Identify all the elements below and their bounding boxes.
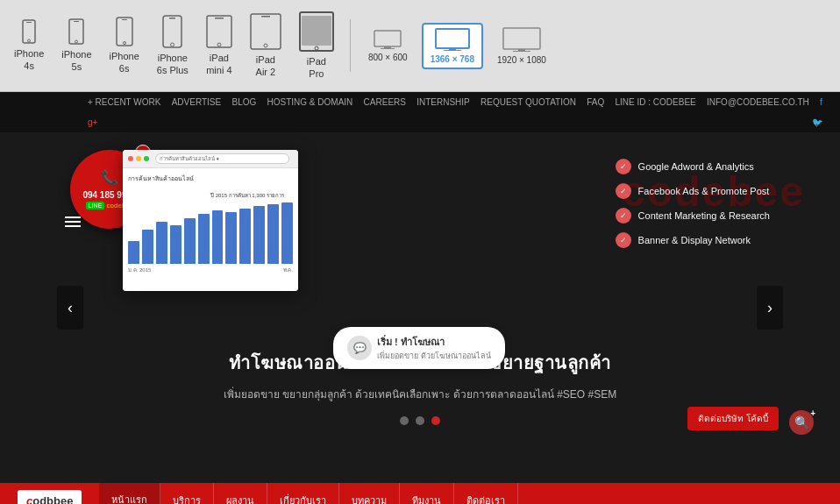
footer-nav-services[interactable]: บริการ: [160, 483, 214, 504]
footer-nav-about[interactable]: เกี่ยวกับเรา: [267, 483, 339, 504]
res-1920x1080[interactable]: 1920 × 1080: [490, 24, 553, 68]
contact-badge[interactable]: ติดต่อบริษัท โค้ดบี้: [687, 407, 779, 430]
footer-nav-items: หน้าแรก บริการ ผลงาน เกี่ยวกับเรา บทความ…: [99, 483, 822, 504]
feature-2: ✓ Facebook Ads & Promote Post: [616, 183, 770, 199]
browser-top-bar: การค้นหาสินค้าออนไลน์ ♦: [123, 150, 298, 168]
footer-nav-blog[interactable]: บทความ: [339, 483, 400, 504]
prev-arrow[interactable]: ‹: [57, 286, 83, 330]
svg-rect-13: [215, 18, 224, 19]
device-iphone6splus[interactable]: iPhone6s Plus: [152, 11, 194, 81]
svg-rect-24: [436, 29, 469, 48]
res-1366x768-label: 1366 × 768: [431, 54, 474, 64]
svg-rect-22: [384, 46, 391, 48]
cta-text-area: เริ่ม ! ทำโฆษณา เพิ่มยอดขาย ด้วยโฆษณาออน…: [377, 334, 491, 362]
iphone5s-icon: [68, 18, 84, 45]
device-iphone6s[interactable]: iPhone6s: [104, 13, 145, 79]
cta-button[interactable]: 💬 เริ่ม ! ทำโฆษณา เพิ่มยอดขาย ด้วยโฆษณาอ…: [333, 327, 505, 369]
nav-quotation[interactable]: REQUEST QUOTATION: [481, 97, 576, 107]
ipadmini4-label: iPadmini 4: [206, 52, 231, 77]
website-preview-area: + RECENT WORK ADVERTISE BLOG HOSTING & D…: [0, 92, 840, 504]
res-1920x1080-icon: [502, 27, 541, 55]
svg-rect-7: [122, 19, 127, 20]
chart-label-left: ม.ค. 2015: [128, 266, 151, 274]
cta-sub-text: เพิ่มยอดขาย ด้วยโฆษณาออนไลน์: [377, 350, 491, 362]
browser-mockup: การค้นหาสินค้าออนไลน์ ♦ การค้นหาสินค้าออ…: [123, 150, 298, 291]
nav-advertise[interactable]: ADVERTISE: [172, 97, 222, 107]
hero-subtext: เพิ่มยอดขาย ขยายกลุ่มลูกค้า ด้วยเทคนิคเล…: [224, 386, 616, 402]
svg-rect-10: [169, 18, 175, 19]
svg-rect-25: [449, 48, 456, 50]
feature-check-1: ✓: [616, 159, 631, 174]
dot-1[interactable]: [400, 416, 409, 425]
svg-rect-4: [74, 21, 79, 22]
chart-bar: [225, 212, 237, 265]
browser-max-dot: [144, 156, 149, 161]
nav-internship[interactable]: INTERNSHIP: [416, 97, 470, 107]
device-ipadair2[interactable]: iPadAir 2: [245, 10, 287, 82]
ipadair2-label: iPadAir 2: [256, 53, 276, 79]
chart-bar: [142, 230, 153, 264]
chart-bars: [128, 194, 293, 264]
iphone4s-icon: [22, 19, 36, 44]
next-arrow[interactable]: ›: [757, 286, 783, 330]
chart-bar: [184, 218, 196, 265]
feature-check-3: ✓: [616, 208, 631, 224]
svg-rect-1: [26, 22, 32, 23]
footer-navigation: codbbee หน้าแรก บริการ ผลงาน เกี่ยวกับเร…: [0, 483, 840, 504]
res-1366x768-icon: [435, 28, 470, 54]
chart-bar: [253, 206, 265, 264]
nav-careers[interactable]: CAREERS: [364, 97, 406, 107]
footer-nav-team[interactable]: ทีมงาน: [400, 483, 454, 504]
svg-rect-23: [381, 48, 395, 49]
zoom-icon[interactable]: 🔍+: [789, 410, 814, 435]
nav-email[interactable]: INFO@CODEBEE.CO.TH: [707, 97, 809, 107]
chart-bar: [267, 204, 279, 264]
res-800x600[interactable]: 800 × 600: [361, 26, 415, 66]
nav-twitter[interactable]: 🐦: [812, 117, 822, 127]
svg-rect-28: [518, 49, 525, 51]
iphone6s-label: iPhone6s: [110, 50, 139, 75]
nav-blog[interactable]: BLOG: [231, 97, 256, 107]
ipadmini4-icon: [206, 15, 232, 48]
ipadair2-icon: [250, 13, 281, 50]
chart-bar: [156, 222, 167, 264]
footer-nav-portfolio[interactable]: ผลงาน: [214, 483, 267, 504]
nav-hosting[interactable]: HOSTING & DOMAIN: [267, 97, 353, 107]
hamburger-menu[interactable]: [61, 213, 84, 231]
res-800x600-label: 800 × 600: [368, 53, 408, 62]
svg-point-11: [171, 43, 174, 46]
res-1366x768[interactable]: 1366 × 768: [422, 23, 483, 69]
feature-4: ✓ Banner & Display Network: [616, 232, 770, 248]
svg-rect-19: [302, 16, 331, 46]
svg-point-2: [28, 39, 31, 42]
svg-rect-21: [374, 31, 401, 46]
toolbar-divider-1: [350, 19, 351, 72]
chart-label-right: พ.ค.: [283, 266, 293, 274]
cta-chat-icon: 💬: [347, 336, 372, 360]
nav-gplus[interactable]: g+: [88, 117, 97, 127]
svg-rect-29: [513, 51, 530, 52]
browser-chart-title: การค้นหาสินค้าออนไลน์: [128, 174, 293, 183]
dot-3[interactable]: [431, 416, 440, 425]
device-iphone5s[interactable]: iPhone5s: [56, 15, 96, 77]
dot-2[interactable]: [416, 416, 424, 425]
nav-line[interactable]: LINE ID : CODEBEE: [616, 97, 696, 107]
nav-faq[interactable]: FAQ: [587, 97, 604, 107]
nav-recent-work[interactable]: + RECENT WORK: [88, 97, 160, 107]
chart-bar: [170, 225, 182, 264]
device-ipadmini4[interactable]: iPadmini 4: [201, 11, 238, 81]
browser-url-bar: การค้นหาสินค้าออนไลน์ ♦: [155, 153, 289, 164]
dots-navigation: [400, 416, 440, 425]
nav-facebook[interactable]: f: [820, 97, 822, 107]
iphone6splus-label: iPhone6s Plus: [157, 52, 189, 77]
feature-check-2: ✓: [616, 183, 631, 199]
svg-point-5: [75, 40, 78, 43]
device-ipadpro[interactable]: iPadPro: [294, 8, 339, 84]
device-iphone4s[interactable]: iPhone4s: [9, 16, 49, 76]
ipadpro-label: iPadPro: [307, 55, 326, 81]
footer-nav-home[interactable]: หน้าแรก: [99, 483, 160, 504]
chart-bar: [128, 241, 139, 264]
feature-3: ✓ Content Marketing & Research: [616, 208, 770, 224]
iphone6splus-icon: [162, 15, 182, 48]
footer-nav-contact[interactable]: ติดต่อเรา: [454, 483, 518, 504]
